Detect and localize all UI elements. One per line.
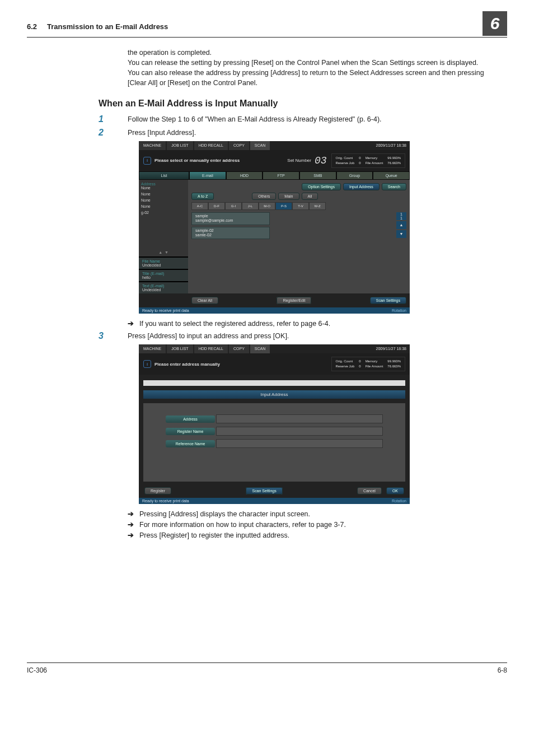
step-3: 3 Press [Address] to input an address an…	[99, 331, 507, 341]
note-text: Press [Register] to register the inputte…	[139, 531, 289, 539]
tab-joblist[interactable]: JOB LIST	[167, 141, 193, 150]
tab-copy[interactable]: COPY	[229, 141, 249, 150]
step-text: Follow the Step 1 to 6 of "When an E-Mai…	[128, 114, 382, 123]
step-1: 1 Follow the Step 1 to 6 of "When an E-M…	[99, 114, 507, 124]
key-mo[interactable]: M-O	[259, 202, 275, 210]
chapter-badge: 6	[483, 11, 507, 36]
tab-smb[interactable]: SMB	[300, 172, 336, 179]
address-button[interactable]: Address	[166, 416, 215, 423]
screen-topbar: MACHINE JOB LIST HDD RECALL COPY SCAN 20…	[139, 141, 410, 150]
step-2: 2 Press [Input Address].	[99, 128, 507, 138]
page-footer: IC-306 6-8	[27, 662, 507, 674]
key-ps[interactable]: P-S	[275, 202, 292, 210]
info-icon: i	[143, 360, 151, 368]
key-df[interactable]: D-F	[208, 202, 225, 210]
cancel-button[interactable]: Cancel	[357, 487, 382, 494]
register-button[interactable]: Register	[144, 487, 171, 494]
key-ac[interactable]: A-C	[191, 202, 208, 210]
search-button[interactable]: Search	[382, 183, 406, 190]
tab-hddrecall[interactable]: HDD RECALL	[194, 141, 228, 150]
step-number: 2	[99, 128, 128, 138]
set-number-value: 03	[315, 155, 327, 166]
tab-joblist[interactable]: JOB LIST	[167, 344, 193, 353]
instruction-text: Please enter address manually	[154, 362, 327, 367]
tab-ftp[interactable]: FTP	[263, 172, 299, 179]
info-icon: i	[143, 157, 151, 165]
others-button[interactable]: Others	[252, 193, 276, 200]
dialog-title: Input Address	[143, 390, 405, 399]
register-edit-button[interactable]: Register/Edit	[277, 297, 311, 304]
tab-email[interactable]: E-mail	[190, 172, 226, 179]
clear-all-button[interactable]: Clear All	[191, 297, 218, 304]
screenshot-select-address: MACHINE JOB LIST HDD RECALL COPY SCAN 20…	[139, 141, 410, 314]
option-settings-button[interactable]: Option Settings	[302, 183, 341, 190]
address-sidebar: AddressNone None None None g-02 ▲ ▼	[139, 180, 188, 256]
address-main: Option Settings Input Address Search A t…	[188, 180, 410, 256]
intro-para: You can release the setting by pressing …	[128, 58, 487, 88]
arrow-icon: ➔	[128, 510, 134, 518]
main-button[interactable]: Main	[278, 193, 299, 200]
address-entry[interactable]: sample-02samle-02	[191, 227, 270, 240]
reference-name-button[interactable]: Reference Name	[166, 440, 215, 447]
page-indicator: 11 ▲ ▼	[396, 212, 406, 241]
intro-block: the operation is completed. You can rele…	[128, 48, 487, 88]
footer-left: IC-306	[27, 666, 47, 674]
footer-right: 6-8	[498, 666, 507, 674]
section-number: 6.2	[27, 22, 37, 31]
scan-settings-button[interactable]: Scan Settings	[370, 297, 406, 304]
tab-queue[interactable]: Queue	[373, 172, 409, 179]
step2-note: ➔ If you want to select the registered a…	[128, 319, 507, 328]
tab-machine[interactable]: MACHINE	[139, 344, 166, 353]
tab-group[interactable]: Group	[337, 172, 373, 179]
set-number: Set Number 03	[287, 155, 326, 166]
ok-button[interactable]: OK	[386, 487, 404, 494]
tab-hddrecall[interactable]: HDD RECALL	[194, 344, 228, 353]
step-number: 1	[99, 114, 128, 124]
status-counters: Orig. Count0Memory99.993% Reserve Job0Fi…	[331, 357, 405, 371]
screenshot-input-address: MACHINE JOB LIST HDD RECALL COPY SCAN 20…	[139, 344, 410, 504]
step-text: Press [Input Address].	[128, 128, 196, 137]
step-text: Press [Address] to input an address and …	[128, 331, 289, 340]
tab-copy[interactable]: COPY	[229, 344, 249, 353]
tab-list[interactable]: List	[139, 172, 189, 179]
tab-scan[interactable]: SCAN	[250, 141, 270, 150]
section-title: Transmission to an E-mail Address	[47, 22, 483, 31]
input-fields-area: Address Register Name Reference Name	[143, 403, 405, 482]
timestamp: 2009/11/27 18:38	[373, 142, 410, 148]
arrow-icon: ➔	[128, 531, 134, 539]
page-header: 6.2 Transmission to an E-mail Address 6	[27, 18, 507, 38]
register-name-input[interactable]	[216, 427, 383, 436]
rotation-indicator: Rotation	[392, 309, 406, 312]
subsection-heading: When an E-Mail Address is Input Manually	[99, 99, 507, 109]
intro-line1: the operation is completed.	[128, 48, 487, 58]
rotation-indicator: Rotation	[392, 499, 406, 503]
tab-scan[interactable]: SCAN	[250, 344, 270, 353]
status-text: Ready to receive print data	[142, 309, 189, 312]
timestamp: 2009/11/27 18:38	[373, 346, 410, 352]
tab-machine[interactable]: MACHINE	[139, 141, 166, 150]
alpha-filter: A-C D-F G-I J-L M-O P-S T-V W-Z	[191, 202, 406, 210]
tab-hdd[interactable]: HDD	[227, 172, 263, 179]
instruction-text: Please select or manually enter address	[154, 158, 287, 163]
status-text: Ready to receive print data	[142, 499, 189, 503]
scan-settings-button[interactable]: Scan Settings	[246, 487, 282, 494]
key-wz[interactable]: W-Z	[309, 202, 326, 210]
scroll-down-button[interactable]: ▼	[396, 230, 406, 238]
register-name-button[interactable]: Register Name	[166, 428, 215, 435]
key-tv[interactable]: T-V	[292, 202, 309, 210]
note-text: For more information on how to input cha…	[139, 521, 346, 529]
all-button[interactable]: All	[302, 193, 318, 200]
arrow-icon: ➔	[128, 319, 134, 328]
address-input[interactable]	[216, 414, 383, 423]
scroll-up-button[interactable]: ▲	[396, 221, 406, 229]
address-entry[interactable]: samplesample@sample.com	[191, 212, 270, 225]
key-gi[interactable]: G-I	[225, 202, 242, 210]
key-jl[interactable]: J-L	[242, 202, 259, 210]
step-number: 3	[99, 331, 128, 341]
arrow-icon: ➔	[128, 520, 134, 529]
input-address-button[interactable]: Input Address	[343, 183, 380, 190]
status-counters: Orig. Count0Memory99.993% Reserve Job0Fi…	[331, 153, 405, 168]
a-to-z-button[interactable]: A to Z	[191, 193, 214, 200]
note-text: Pressing [Address] displays the characte…	[139, 510, 310, 518]
reference-name-input[interactable]	[216, 439, 383, 448]
